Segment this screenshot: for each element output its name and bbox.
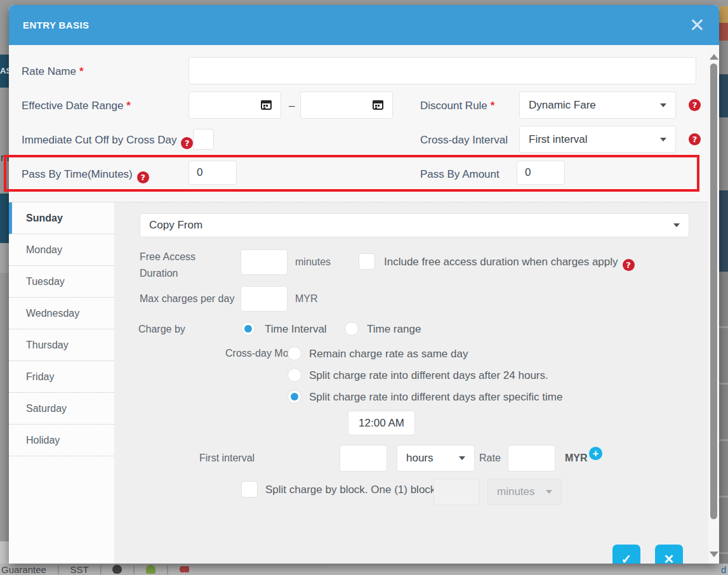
background-left-panel-fragment xyxy=(0,541,9,564)
first-interval-unit-select[interactable]: hours xyxy=(397,445,475,472)
rate-name-label: Rate Name* xyxy=(22,65,84,78)
required-asterisk: * xyxy=(491,100,495,112)
include-free-access-checkbox[interactable] xyxy=(359,253,375,270)
apple-icon xyxy=(112,565,122,574)
confirm-button[interactable]: ✓ xyxy=(612,545,640,564)
split-block-label: Split charge by block. One (1) block is xyxy=(265,484,446,496)
date-start-input[interactable] xyxy=(189,91,281,119)
background-right-fragment xyxy=(719,74,728,117)
effective-date-range-label: Effective Date Range* xyxy=(22,100,131,112)
background-left-panel-fragment: ASS xyxy=(0,55,9,88)
split-block-checkbox[interactable] xyxy=(241,481,258,498)
help-icon[interactable]: ? xyxy=(689,99,701,111)
day-config-section: Sunday Monday Tuesday Wednesday Thursday… xyxy=(9,202,719,564)
first-interval-unit-value: hours xyxy=(406,452,433,465)
copy-from-select[interactable]: Copy From xyxy=(140,213,689,237)
charge-by-option-label[interactable]: Time Interval xyxy=(265,323,327,336)
free-access-label-line2: Duration xyxy=(140,268,178,279)
day-tabs: Sunday Monday Tuesday Wednesday Thursday… xyxy=(9,202,114,564)
immediate-cutoff-label: Immediate Cut Off by Cross Day? xyxy=(22,134,193,149)
scroll-down-arrow-icon[interactable] xyxy=(710,552,718,557)
charge-by-radio-time-interval[interactable] xyxy=(241,322,255,336)
scrollbar-thumb[interactable] xyxy=(710,63,717,519)
rate-name-input[interactable] xyxy=(189,57,696,84)
cancel-button[interactable]: ✕ xyxy=(655,545,683,564)
help-icon[interactable]: ? xyxy=(689,133,701,145)
tab-wednesday[interactable]: Wednesday xyxy=(9,298,114,329)
charge-by-label: Charge by xyxy=(138,324,185,335)
tab-monday[interactable]: Monday xyxy=(9,234,114,266)
tab-thursday[interactable]: Thursday xyxy=(9,329,114,361)
rate-input[interactable] xyxy=(508,445,555,472)
footer-sst-label: SST xyxy=(70,564,89,575)
max-charges-input[interactable] xyxy=(241,286,288,312)
cross-day-interval-value: First interval xyxy=(529,133,588,146)
pass-by-time-input[interactable] xyxy=(189,161,237,185)
specific-time-input[interactable]: 12:00 AM xyxy=(348,411,415,435)
free-access-duration-label: Free AccessDuration xyxy=(140,249,195,282)
tab-sunday[interactable]: Sunday xyxy=(9,202,114,234)
free-access-duration-input[interactable] xyxy=(241,249,288,275)
cross-day-mode-option-label[interactable]: Split charge rate into different days af… xyxy=(309,391,562,404)
charge-by-radio-time-range[interactable] xyxy=(345,322,359,336)
split-block-unit-value: minutes xyxy=(497,486,535,498)
rate-label: Rate xyxy=(479,453,501,464)
discount-rule-value: Dynamic Fare xyxy=(529,99,596,112)
charge-by-option-label[interactable]: Time range xyxy=(367,323,421,336)
date-range-separator: – xyxy=(289,100,295,112)
footer-separator: | xyxy=(100,564,102,574)
rate-currency-label: MYR xyxy=(565,453,588,464)
max-charges-label: Max charges per day xyxy=(140,293,234,305)
immediate-cutoff-checkbox[interactable] xyxy=(193,129,214,150)
help-icon[interactable]: ? xyxy=(181,137,193,149)
effective-date-label-text: Effective Date Range xyxy=(22,100,123,112)
cross-day-mode-radio-split-specific[interactable] xyxy=(288,390,301,404)
scrollbar[interactable] xyxy=(708,45,719,564)
tab-saturday[interactable]: Saturday xyxy=(9,393,114,425)
copy-from-value: Copy From xyxy=(149,219,202,232)
date-end-input[interactable] xyxy=(300,91,393,119)
tab-holiday[interactable]: Holiday xyxy=(9,425,114,456)
background-right-fragment xyxy=(719,41,728,74)
discount-rule-label-text: Discount Rule xyxy=(420,100,487,112)
calendar-icon xyxy=(373,100,383,110)
cross-day-mode-radio-split-24h[interactable] xyxy=(288,368,301,382)
background-text-fragment: m xyxy=(1,152,9,164)
cross-day-interval-select[interactable]: First interval xyxy=(519,126,676,153)
background-right-fragment xyxy=(719,117,728,190)
close-icon[interactable]: ✕ xyxy=(689,16,705,35)
scroll-up-arrow-icon[interactable] xyxy=(710,54,718,60)
cross-day-mode-option-label[interactable]: Split charge rate into different days af… xyxy=(309,369,548,382)
chevron-down-icon xyxy=(673,223,680,227)
pass-by-amount-label: Pass By Amount xyxy=(420,168,500,181)
chevron-down-icon xyxy=(660,138,666,142)
cross-day-mode-option-label[interactable]: Remain charge rate as same day xyxy=(309,348,468,360)
help-icon[interactable]: ? xyxy=(137,171,149,183)
chevron-down-icon xyxy=(660,103,666,107)
background-right-fragment xyxy=(719,23,728,41)
help-icon[interactable]: ? xyxy=(623,259,635,271)
discount-rule-select[interactable]: Dynamic Fare xyxy=(519,91,676,119)
required-asterisk: * xyxy=(126,100,131,112)
entry-basis-dialog: ENTRY BASIS ✕ Rate Name* Effective Date … xyxy=(9,5,719,564)
red-badge-icon xyxy=(180,565,189,574)
add-interval-icon[interactable]: + xyxy=(589,447,602,460)
background-left-panel-fragment xyxy=(0,194,9,243)
background-text-fragment: ASS xyxy=(0,66,9,76)
split-block-unit-select: minutes xyxy=(487,479,562,505)
tab-tuesday[interactable]: Tuesday xyxy=(9,266,114,298)
footer-separator: | xyxy=(133,564,135,574)
free-access-unit-label: minutes xyxy=(295,256,331,268)
include-free-access-label: Include free access duration when charge… xyxy=(384,256,635,271)
free-access-label-line1: Free Access xyxy=(140,251,195,262)
background-right-fragment xyxy=(719,272,728,564)
pass-by-amount-input[interactable] xyxy=(517,161,565,185)
footer-separator: | xyxy=(166,564,169,574)
background-right-fragment xyxy=(719,190,728,272)
split-block-size-input xyxy=(433,479,479,505)
tab-friday[interactable]: Friday xyxy=(9,361,114,393)
pass-by-amount-label-text: Pass By Amount xyxy=(420,168,500,180)
background-footer: Guarantee | SST | | | xyxy=(0,564,728,575)
first-interval-input[interactable] xyxy=(340,445,387,472)
cross-day-mode-radio-remain[interactable] xyxy=(288,347,301,360)
